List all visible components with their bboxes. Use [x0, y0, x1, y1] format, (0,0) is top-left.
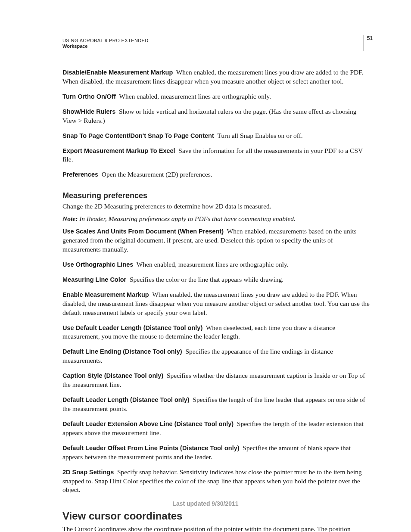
def-term: Use Default Leader Length (Distance Tool… [62, 324, 202, 331]
def-item: Export Measurement Markup To Excel Save … [62, 146, 370, 165]
def-item: Show/Hide Rulers Show or hide vertical a… [62, 107, 370, 125]
def-term: Show/Hide Rulers [62, 108, 115, 115]
page-number: 51 [367, 35, 373, 41]
note-lead: Note: [62, 215, 78, 222]
def-term: Measuring Line Color [62, 276, 126, 283]
heading-view-cursor-coordinates: View cursor coordinates [62, 510, 370, 522]
def-item: Caption Style (Distance Tool only) Speci… [62, 371, 370, 389]
page: USING ACROBAT 9 PRO EXTENDED Workspace 5… [0, 0, 411, 532]
note-body: In Reader, Measuring preferences apply t… [79, 215, 296, 222]
def-term: Caption Style (Distance Tool only) [62, 372, 163, 379]
def-item: Use Scales And Units From Document (When… [62, 227, 370, 254]
def-desc: Open the Measurement (2D) preferences. [102, 171, 212, 178]
header-section: Workspace [62, 44, 370, 49]
header-rule [364, 35, 364, 51]
def-item: Default Leader Extension Above Line (Dis… [62, 420, 370, 438]
def-desc: When enabled, measurement lines are orth… [119, 93, 271, 100]
def-item: Enable Measurement Markup When enabled, … [62, 290, 370, 317]
def-desc: Turn all Snap Enables on or off. [217, 132, 302, 139]
def-item: Preferences Open the Measurement (2D) pr… [62, 170, 370, 179]
def-term: Preferences [62, 171, 98, 178]
page-header: USING ACROBAT 9 PRO EXTENDED Workspace 5… [62, 38, 370, 56]
def-term: Use Orthographic Lines [62, 261, 133, 268]
def-item: Measuring Line Color Specifies the color… [62, 275, 370, 284]
cursor-intro: The Cursor Coordinates show the coordina… [62, 525, 370, 532]
def-term: 2D Snap Settings [62, 469, 114, 476]
def-item: Use Default Leader Length (Distance Tool… [62, 324, 370, 342]
def-term: Use Scales And Units From Document (When… [62, 228, 224, 235]
def-term: Enable Measurement Markup [62, 291, 149, 298]
def-term: Snap To Page Content/Don't Snap To Page … [62, 132, 214, 139]
def-item: Use Orthographic Lines When enabled, mea… [62, 260, 370, 269]
measuring-intro: Change the 2D Measuring preferences to d… [62, 202, 370, 211]
def-desc: When enabled, measurement lines are orth… [137, 261, 289, 268]
def-term: Default Line Ending (Distance Tool only) [62, 348, 182, 355]
def-term: Export Measurement Markup To Excel [62, 147, 175, 154]
measuring-note: Note: In Reader, Measuring preferences a… [62, 215, 370, 224]
def-item: Snap To Page Content/Don't Snap To Page … [62, 131, 370, 140]
def-term: Default Leader Offset From Line Points (… [62, 445, 240, 451]
def-item: Turn Ortho On/Off When enabled, measurem… [62, 92, 370, 101]
def-term: Default Leader Length (Distance Tool onl… [62, 396, 190, 403]
def-term: Turn Ortho On/Off [62, 93, 116, 100]
def-item: Default Leader Offset From Line Points (… [62, 444, 370, 462]
header-title: USING ACROBAT 9 PRO EXTENDED [62, 38, 370, 43]
def-desc: Specifies the color or the line that app… [130, 276, 283, 283]
def-item: 2D Snap Settings Specify snap behavior. … [62, 468, 370, 495]
def-item: Disable/Enable Measurement Markup When e… [62, 68, 370, 86]
def-item: Default Leader Length (Distance Tool onl… [62, 395, 370, 414]
def-item: Default Line Ending (Distance Tool only)… [62, 347, 370, 365]
def-term: Disable/Enable Measurement Markup [62, 69, 173, 76]
heading-measuring-preferences: Measuring preferences [62, 191, 370, 200]
def-term: Default Leader Extension Above Line (Dis… [62, 420, 234, 427]
footer-updated: Last updated 9/30/2011 [0, 500, 411, 507]
